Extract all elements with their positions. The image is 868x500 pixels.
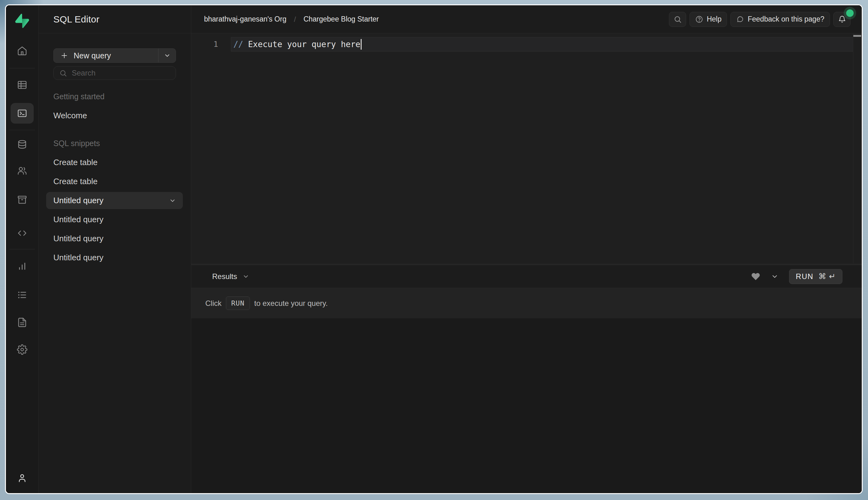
- file-text-icon: [17, 317, 27, 328]
- nav-database[interactable]: [13, 137, 31, 153]
- comment-text: Execute your query here: [243, 39, 360, 49]
- breadcrumb: bharathvaj-ganesan's Org / Chargebee Blo…: [204, 15, 379, 24]
- home-icon: [17, 46, 27, 56]
- sidebar-header: SQL Editor: [39, 5, 191, 33]
- plus-icon: [60, 52, 68, 60]
- breadcrumb-separator: /: [294, 15, 296, 24]
- gear-icon: [17, 344, 27, 355]
- section-label-getting-started: Getting started: [39, 87, 191, 106]
- favorite-button[interactable]: [751, 272, 760, 281]
- code-brackets-icon: [17, 228, 27, 238]
- new-query-button[interactable]: New query: [54, 49, 158, 62]
- run-label: RUN: [796, 272, 814, 281]
- selected-query-label: Untitled query: [53, 196, 103, 205]
- supabase-logo[interactable]: [13, 13, 31, 29]
- list-item-create-table-2[interactable]: Create table: [39, 172, 191, 191]
- chevron-down-icon: [242, 273, 249, 280]
- list-item-untitled-query-3[interactable]: Untitled query: [39, 229, 191, 248]
- nav-sql-editor[interactable]: [11, 103, 34, 124]
- list-item-create-table-1[interactable]: Create table: [39, 153, 191, 172]
- nav-logs[interactable]: [13, 287, 31, 303]
- results-actions: RUN ⌘ ↵: [751, 269, 842, 284]
- list-item-untitled-query-selected[interactable]: Untitled query: [46, 192, 183, 209]
- comment-marker: //: [233, 39, 243, 49]
- results-bar: Results RUN: [191, 265, 862, 288]
- results-empty-area: [191, 318, 862, 493]
- nav-edge-functions[interactable]: [13, 225, 31, 241]
- users-icon: [17, 166, 27, 176]
- feedback-label: Feedback on this page?: [748, 15, 824, 23]
- app-window: SQL Editor New query Getting started: [5, 4, 863, 494]
- sql-editor-sidebar: SQL Editor New query Getting started: [39, 5, 191, 493]
- nav-table-editor[interactable]: [13, 77, 31, 93]
- current-line[interactable]: // Execute your query here: [231, 37, 853, 52]
- enter-key-icon: ↵: [829, 272, 835, 281]
- help-label: Help: [707, 15, 721, 23]
- run-options-dropdown[interactable]: [771, 273, 778, 280]
- new-query-label: New query: [74, 51, 111, 60]
- nav-account[interactable]: [13, 470, 31, 486]
- results-empty-hint: Click RUN to execute your query.: [191, 288, 862, 318]
- search-icon: [59, 69, 67, 77]
- run-key-badge: RUN: [226, 296, 250, 310]
- bar-chart-icon: [17, 261, 27, 272]
- run-button[interactable]: RUN ⌘ ↵: [789, 269, 842, 284]
- user-icon: [17, 473, 27, 484]
- list-item-untitled-query-4[interactable]: Untitled query: [39, 248, 191, 267]
- run-shortcut: ⌘ ↵: [818, 272, 835, 281]
- sql-code-editor[interactable]: 1 // Execute your query here: [191, 33, 862, 263]
- speech-bubble-icon: [736, 15, 744, 23]
- chevron-down-icon: [164, 52, 171, 59]
- archive-box-icon: [17, 194, 27, 205]
- editor-scrollbar-track[interactable]: [853, 33, 853, 263]
- bell-icon: [838, 15, 846, 23]
- rail-divider: [9, 130, 35, 130]
- results-dropdown[interactable]: Results: [212, 272, 249, 281]
- nav-settings[interactable]: [13, 341, 31, 358]
- new-query-dropdown-button[interactable]: [158, 49, 176, 62]
- notification-status-dot: [846, 9, 854, 17]
- nav-rail: [6, 5, 39, 493]
- breadcrumb-org[interactable]: bharathvaj-ganesan's Org: [204, 15, 287, 23]
- database-icon: [17, 139, 27, 150]
- list-item-welcome[interactable]: Welcome: [39, 106, 191, 125]
- new-query-split-button: New query: [53, 48, 176, 63]
- feedback-button[interactable]: Feedback on this page?: [730, 12, 830, 27]
- main-panel: bharathvaj-ganesan's Org / Chargebee Blo…: [191, 5, 862, 493]
- chevron-down-icon: [771, 273, 778, 280]
- table-icon: [17, 80, 27, 90]
- nav-reports[interactable]: [13, 258, 31, 274]
- terminal-icon: [17, 108, 27, 118]
- notifications-button[interactable]: [833, 12, 850, 27]
- section-label-sql-snippets: SQL snippets: [39, 134, 191, 153]
- global-search-button[interactable]: [669, 12, 686, 27]
- line-number: 1: [191, 37, 218, 52]
- search-input[interactable]: [72, 69, 170, 77]
- editor-overview-ruler-marker[interactable]: [853, 35, 861, 37]
- list-icon: [17, 289, 27, 300]
- rail-divider: [9, 68, 35, 68]
- rail-divider: [9, 249, 35, 249]
- text-cursor: [361, 39, 362, 50]
- list-item-untitled-query-2[interactable]: Untitled query: [39, 210, 191, 229]
- nav-home[interactable]: [13, 43, 31, 59]
- search-icon: [674, 15, 682, 23]
- hint-prefix: Click: [205, 299, 221, 308]
- page-title: SQL Editor: [53, 14, 100, 25]
- heart-icon: [751, 272, 760, 281]
- help-circle-icon: [695, 15, 703, 23]
- sidebar-search: [53, 66, 176, 80]
- help-button[interactable]: Help: [690, 12, 727, 27]
- query-list: Getting started Welcome SQL snippets Cre…: [39, 87, 191, 267]
- breadcrumb-project[interactable]: Chargebee Blog Starter: [304, 15, 379, 23]
- nav-api-docs[interactable]: [13, 314, 31, 330]
- header-actions: Help Feedback on this page?: [669, 12, 850, 27]
- nav-authentication[interactable]: [13, 163, 31, 179]
- nav-storage[interactable]: [13, 192, 31, 208]
- main-header: bharathvaj-ganesan's Org / Chargebee Blo…: [191, 5, 862, 33]
- hint-suffix: to execute your query.: [254, 299, 328, 308]
- supabase-logo-icon: [15, 14, 29, 28]
- results-label: Results: [212, 272, 237, 281]
- cmd-key-icon: ⌘: [818, 272, 826, 281]
- chevron-down-icon[interactable]: [169, 197, 176, 204]
